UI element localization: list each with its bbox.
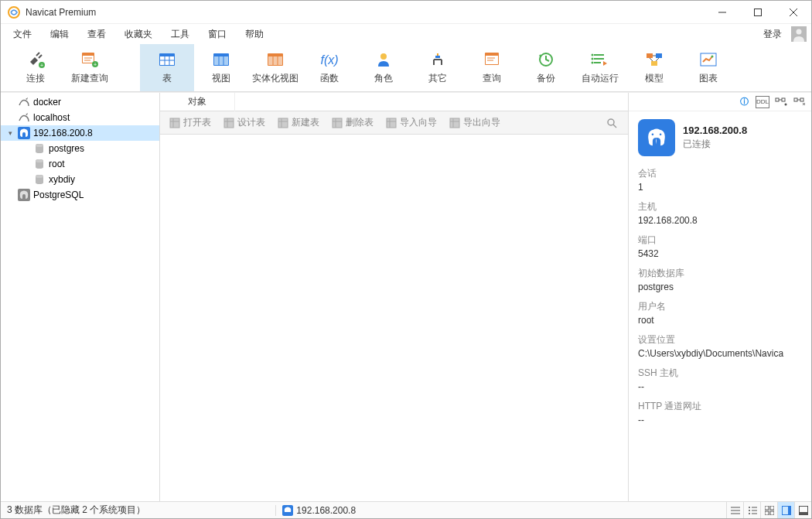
details-label: SSH 主机 bbox=[638, 367, 802, 380]
menu-item-3[interactable]: 收藏夹 bbox=[115, 25, 162, 44]
maximize-button[interactable] bbox=[740, 1, 776, 24]
toolbar-query[interactable]: 查询 bbox=[465, 44, 519, 91]
materialized-view-icon bbox=[264, 50, 286, 69]
svg-point-31 bbox=[380, 53, 387, 60]
table-small-icon bbox=[449, 118, 460, 128]
svg-point-87 bbox=[785, 103, 787, 105]
menu-item-5[interactable]: 窗口 bbox=[199, 25, 236, 44]
minimize-button[interactable] bbox=[705, 1, 740, 24]
obj-toolbar-btn-3[interactable]: 删除表 bbox=[327, 114, 378, 131]
tree-item[interactable]: xybdiy bbox=[1, 172, 159, 187]
toolbar-plug[interactable]: +连接 bbox=[9, 44, 63, 91]
toolbar-model[interactable]: 模型 bbox=[627, 44, 681, 91]
menu-item-4[interactable]: 工具 bbox=[162, 25, 199, 44]
toolbar-new-query[interactable]: +新建查询 bbox=[63, 44, 117, 91]
obj-btn-label: 导入向导 bbox=[400, 116, 437, 129]
details-row: 会话1 bbox=[638, 167, 802, 193]
obj-toolbar-btn-2[interactable]: 新建表 bbox=[273, 114, 324, 131]
toolbar-label: 其它 bbox=[428, 72, 447, 85]
postgres-closed-icon bbox=[18, 189, 30, 201]
details-row: 用户名root bbox=[638, 300, 802, 326]
menu-item-6[interactable]: 帮助 bbox=[236, 25, 273, 44]
toolbar-function[interactable]: f(x)函数 bbox=[302, 44, 357, 91]
table-small-icon bbox=[278, 118, 288, 128]
details-value: -- bbox=[638, 415, 802, 425]
tree-item[interactable]: ▾192.168.200.8 bbox=[1, 125, 159, 141]
obj-toolbar-btn-5[interactable]: 导出向导 bbox=[445, 114, 505, 131]
expand-icon[interactable] bbox=[5, 190, 15, 200]
obj-btn-label: 删除表 bbox=[346, 116, 374, 129]
view-list-icon[interactable] bbox=[726, 502, 743, 519]
avatar-icon[interactable] bbox=[791, 26, 807, 42]
svg-rect-23 bbox=[214, 56, 228, 65]
obj-btn-label: 设计表 bbox=[237, 116, 265, 129]
details-value: postgres bbox=[638, 282, 802, 292]
obj-btn-label: 新建表 bbox=[292, 116, 319, 129]
tab-objects[interactable]: 对象 bbox=[160, 92, 235, 111]
activity-icon[interactable] bbox=[793, 96, 807, 108]
info-icon[interactable]: ⓘ bbox=[737, 96, 751, 108]
details-value: 5432 bbox=[638, 248, 802, 259]
obj-toolbar-btn-1[interactable]: 设计表 bbox=[219, 114, 270, 131]
toolbar-label: 角色 bbox=[374, 72, 393, 85]
svg-text:f(x): f(x) bbox=[320, 53, 338, 67]
svg-rect-105 bbox=[765, 506, 769, 510]
toolbar-chart[interactable]: 图表 bbox=[681, 44, 735, 91]
content-body bbox=[160, 135, 628, 501]
details-value: C:\Users\xybdiy\Documents\Navica bbox=[638, 348, 802, 359]
expand-icon[interactable] bbox=[5, 113, 15, 122]
svg-point-46 bbox=[592, 58, 594, 60]
details-row: 初始数据库postgres bbox=[638, 267, 802, 292]
tree-item[interactable]: docker bbox=[1, 94, 159, 110]
obj-toolbar-btn-0[interactable]: 打开表 bbox=[165, 114, 216, 131]
tree-item[interactable]: localhost bbox=[1, 110, 159, 125]
svg-point-58 bbox=[36, 144, 43, 147]
details-value: 192.168.200.8 bbox=[638, 215, 802, 226]
details-label: 端口 bbox=[638, 234, 802, 247]
search-icon[interactable] bbox=[606, 118, 623, 128]
tree-item[interactable]: postgres bbox=[1, 141, 159, 156]
expand-icon[interactable] bbox=[5, 97, 15, 107]
elephant-icon bbox=[638, 119, 675, 156]
svg-point-93 bbox=[652, 133, 654, 135]
view-details-icon[interactable] bbox=[743, 502, 760, 519]
menu-item-0[interactable]: 文件 bbox=[4, 25, 41, 44]
tree-label: root bbox=[49, 159, 65, 169]
details-label: 用户名 bbox=[638, 300, 802, 313]
toolbar-view[interactable]: 视图 bbox=[194, 44, 248, 91]
ddl-icon[interactable]: DDL bbox=[756, 96, 769, 108]
tree-item[interactable]: PostgreSQL bbox=[1, 187, 159, 203]
toolbar-table[interactable]: 表 bbox=[140, 44, 194, 91]
tree-item[interactable]: root bbox=[1, 156, 159, 172]
toolbar-role[interactable]: 角色 bbox=[357, 44, 411, 91]
view-grid-icon[interactable] bbox=[760, 502, 777, 519]
close-button[interactable] bbox=[776, 1, 811, 24]
menu-item-2[interactable]: 查看 bbox=[78, 25, 115, 44]
view-panel-bottom-icon[interactable] bbox=[794, 502, 811, 519]
users-icon[interactable] bbox=[774, 96, 788, 108]
content-tabs: 对象 bbox=[160, 93, 628, 111]
obj-toolbar-btn-4[interactable]: 导入向导 bbox=[381, 114, 442, 131]
details-row: SSH 主机-- bbox=[638, 367, 802, 392]
details-body: 会话1主机192.168.200.8端口5432初始数据库postgres用户名… bbox=[629, 161, 811, 439]
obj-btn-label: 打开表 bbox=[183, 116, 211, 129]
query-icon bbox=[481, 50, 503, 69]
menu-item-1[interactable]: 编辑 bbox=[41, 25, 78, 44]
toolbar-autorun[interactable]: 自动运行 bbox=[573, 44, 627, 91]
svg-rect-64 bbox=[170, 118, 179, 128]
login-link[interactable]: 登录 bbox=[757, 25, 788, 44]
svg-rect-56 bbox=[18, 127, 30, 139]
status-left: 3 数据库（已隐藏 2 个系统项目） bbox=[1, 504, 152, 517]
toolbar-materialized-view[interactable]: 实体化视图 bbox=[248, 44, 302, 91]
expand-icon[interactable]: ▾ bbox=[5, 128, 15, 138]
svg-rect-84 bbox=[776, 98, 779, 101]
view-panel-right-icon[interactable] bbox=[777, 502, 794, 519]
details-title: 192.168.200.8 bbox=[683, 125, 747, 136]
chart-icon bbox=[698, 50, 719, 69]
svg-rect-79 bbox=[450, 118, 459, 128]
svg-point-82 bbox=[608, 119, 614, 125]
plug-icon: + bbox=[25, 50, 46, 69]
toolbar-other[interactable]: 其它 bbox=[411, 44, 465, 91]
details-top-icons: ⓘ DDL bbox=[629, 93, 811, 111]
toolbar-backup[interactable]: 备份 bbox=[519, 44, 573, 91]
